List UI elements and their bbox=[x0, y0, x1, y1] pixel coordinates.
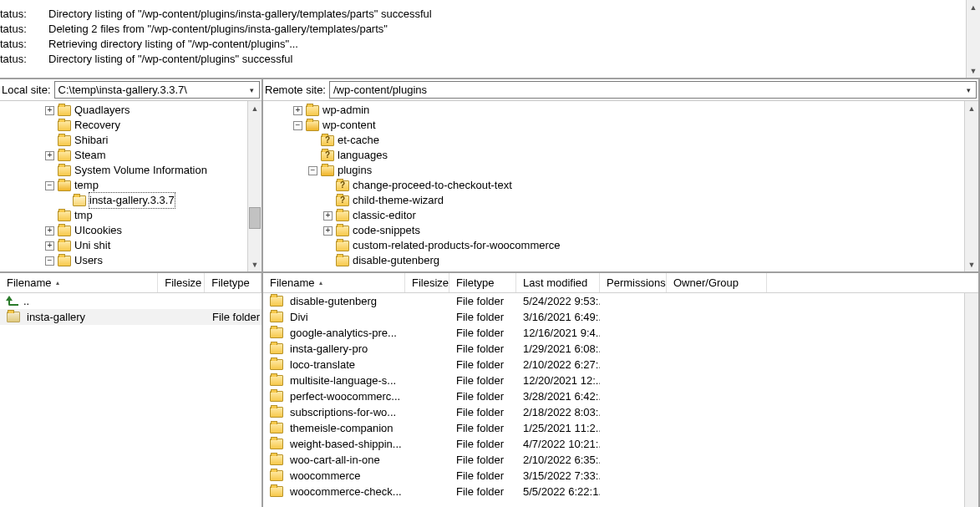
local-file-list[interactable]: ..insta-galleryFile folder bbox=[0, 293, 262, 507]
scroll-down-icon[interactable]: ▼ bbox=[248, 257, 262, 271]
remote-tree-scrollbar[interactable]: ▲ ▼ bbox=[964, 101, 978, 271]
list-item[interactable]: perfect-woocommerc...File folder3/28/202… bbox=[263, 388, 964, 404]
remote-directory-tree[interactable]: +wp-admin−wp-contentet-cachelanguages−pl… bbox=[263, 101, 964, 271]
local-directory-tree[interactable]: +QuadlayersRecoveryShibari+SteamSystem V… bbox=[0, 101, 247, 271]
expand-icon[interactable]: + bbox=[293, 106, 302, 115]
column-header-size[interactable]: Filesize bbox=[158, 273, 205, 292]
tree-row[interactable]: +wp-admin bbox=[263, 103, 964, 118]
tree-row[interactable]: +Steam bbox=[0, 148, 247, 163]
tree-row[interactable]: +code-snippets bbox=[263, 223, 964, 238]
list-item[interactable]: woo-cart-all-in-oneFile folder2/10/2022 … bbox=[263, 452, 964, 468]
collapse-icon[interactable]: − bbox=[308, 166, 317, 175]
scroll-up-icon[interactable]: ▲ bbox=[967, 0, 980, 14]
tree-row[interactable]: −plugins bbox=[263, 163, 964, 178]
tree-toggle-blank bbox=[323, 256, 333, 266]
column-header-mod[interactable]: Last modified bbox=[516, 273, 600, 292]
folder-icon bbox=[336, 210, 349, 221]
tree-row[interactable]: −temp bbox=[0, 178, 247, 193]
local-list-header[interactable]: Filename▴FilesizeFiletype bbox=[0, 273, 262, 293]
tree-row[interactable]: −wp-content bbox=[263, 118, 964, 133]
tree-row[interactable]: custom-related-products-for-woocommerce bbox=[263, 238, 964, 253]
list-item[interactable]: woocommerceFile folder3/15/2022 7:33:... bbox=[263, 468, 964, 484]
tree-row[interactable]: −Users bbox=[0, 253, 247, 268]
collapse-icon[interactable]: − bbox=[293, 121, 302, 130]
column-header-perm[interactable]: Permissions bbox=[600, 273, 667, 292]
folder-icon bbox=[7, 312, 20, 322]
expand-icon[interactable]: + bbox=[45, 241, 54, 251]
list-item[interactable]: DiviFile folder3/16/2021 6:49:... bbox=[263, 309, 964, 325]
local-path-combo[interactable]: C:\temp\insta-gallery.3.3.7\ ▾ bbox=[54, 81, 260, 99]
tree-row[interactable]: disable-gutenberg bbox=[263, 253, 964, 268]
scroll-track[interactable] bbox=[248, 115, 262, 257]
scroll-up-icon[interactable]: ▲ bbox=[248, 101, 262, 115]
remote-file-list[interactable]: disable-gutenbergFile folder5/24/2022 9:… bbox=[263, 293, 964, 507]
tree-row[interactable]: et-cache bbox=[263, 133, 964, 148]
column-header-name[interactable]: Filename▴ bbox=[0, 273, 158, 292]
list-item[interactable]: themeisle-companionFile folder1/25/2021 … bbox=[263, 420, 964, 436]
tree-row[interactable]: Shibari bbox=[0, 133, 247, 148]
expand-icon[interactable]: + bbox=[45, 226, 54, 236]
remote-path-combo[interactable]: /wp-content/plugins ▾ bbox=[329, 81, 977, 99]
scroll-up-icon[interactable]: ▲ bbox=[965, 101, 978, 115]
tree-toggle-blank bbox=[45, 211, 54, 221]
scroll-down-icon[interactable]: ▼ bbox=[967, 63, 980, 78]
sort-asc-icon: ▴ bbox=[56, 279, 59, 286]
tree-row[interactable]: System Volume Information bbox=[0, 163, 247, 178]
expand-icon[interactable]: + bbox=[45, 151, 54, 160]
column-header-size[interactable]: Filesize bbox=[405, 273, 449, 292]
tree-row[interactable]: +Quadlayers bbox=[0, 103, 247, 118]
column-header-label: Filetype bbox=[211, 276, 250, 289]
list-item[interactable]: insta-galleryFile folder bbox=[0, 309, 262, 325]
collapse-icon[interactable]: − bbox=[45, 181, 54, 190]
column-header-type[interactable]: Filetype bbox=[205, 273, 262, 292]
list-item[interactable]: google-analytics-pre...File folder12/16/… bbox=[263, 325, 964, 341]
cell-type: File folder bbox=[449, 357, 516, 373]
tree-item-label: custom-related-products-for-woocommerce bbox=[353, 238, 561, 253]
collapse-icon[interactable]: − bbox=[45, 256, 54, 266]
column-header-own[interactable]: Owner/Group bbox=[667, 273, 767, 292]
expand-icon[interactable]: + bbox=[323, 211, 333, 221]
chevron-down-icon[interactable]: ▾ bbox=[245, 82, 259, 98]
log-scrollbar[interactable]: ▲ ▼ bbox=[966, 0, 980, 78]
list-item[interactable]: woocommerce-check...File folder5/5/2022 … bbox=[263, 484, 964, 499]
tree-row[interactable]: languages bbox=[263, 148, 964, 163]
tree-row[interactable]: +classic-editor bbox=[263, 208, 964, 223]
tree-item-label: Quadlayers bbox=[74, 103, 129, 118]
parent-dir-row[interactable]: .. bbox=[0, 293, 262, 309]
expand-icon[interactable]: + bbox=[45, 106, 54, 115]
cell-name-text: woocommerce-check... bbox=[290, 484, 402, 499]
tree-row[interactable]: change-proceed-to-checkout-text bbox=[263, 178, 964, 193]
tree-row[interactable]: Recovery bbox=[0, 118, 247, 133]
remote-list-header[interactable]: Filename▴FilesizeFiletypeLast modifiedPe… bbox=[263, 273, 978, 293]
remote-list-scrollbar[interactable] bbox=[964, 293, 978, 507]
tree-row[interactable]: child-theme-wizard bbox=[263, 193, 964, 208]
scroll-track[interactable] bbox=[965, 115, 978, 257]
column-header-type[interactable]: Filetype bbox=[449, 273, 516, 292]
log-message: Directory listing of "/wp-content/plugin… bbox=[48, 52, 966, 67]
chevron-down-icon[interactable]: ▾ bbox=[962, 82, 976, 98]
local-path-bar: Local site: C:\temp\insta-gallery.3.3.7\… bbox=[0, 79, 262, 101]
tree-toggle-blank bbox=[308, 136, 317, 145]
tree-row[interactable]: tmp bbox=[0, 208, 247, 223]
folder-icon bbox=[270, 296, 283, 307]
local-tree-scrollbar[interactable]: ▲ ▼ bbox=[247, 101, 262, 271]
expand-icon[interactable]: + bbox=[323, 226, 333, 236]
list-item[interactable]: insta-gallery-proFile folder1/29/2021 6:… bbox=[263, 341, 964, 357]
scroll-thumb[interactable] bbox=[249, 207, 261, 229]
tree-row[interactable]: insta-gallery.3.3.7 bbox=[0, 193, 247, 208]
tree-row[interactable]: +UIcookies bbox=[0, 223, 247, 238]
list-item[interactable]: weight-based-shippin...File folder4/7/20… bbox=[263, 436, 964, 452]
list-item[interactable]: subscriptions-for-wo...File folder2/18/2… bbox=[263, 404, 964, 420]
list-item[interactable]: disable-gutenbergFile folder5/24/2022 9:… bbox=[263, 293, 964, 309]
scroll-track[interactable] bbox=[967, 14, 980, 63]
scroll-down-icon[interactable]: ▼ bbox=[965, 257, 978, 271]
cell-name: insta-gallery-pro bbox=[263, 341, 405, 357]
tree-toggle-blank bbox=[45, 121, 54, 130]
log-row: tatus:Directory listing of "/wp-content/… bbox=[0, 52, 966, 67]
column-header-name[interactable]: Filename▴ bbox=[263, 273, 405, 292]
list-item[interactable]: loco-translateFile folder2/10/2022 6:27:… bbox=[263, 357, 964, 373]
tree-row[interactable]: +Uni shit bbox=[0, 238, 247, 253]
file-lists-section: Filename▴FilesizeFiletype ..insta-galler… bbox=[0, 273, 980, 507]
cell-type: File folder bbox=[449, 309, 516, 325]
list-item[interactable]: multisite-language-s...File folder12/20/… bbox=[263, 373, 964, 388]
